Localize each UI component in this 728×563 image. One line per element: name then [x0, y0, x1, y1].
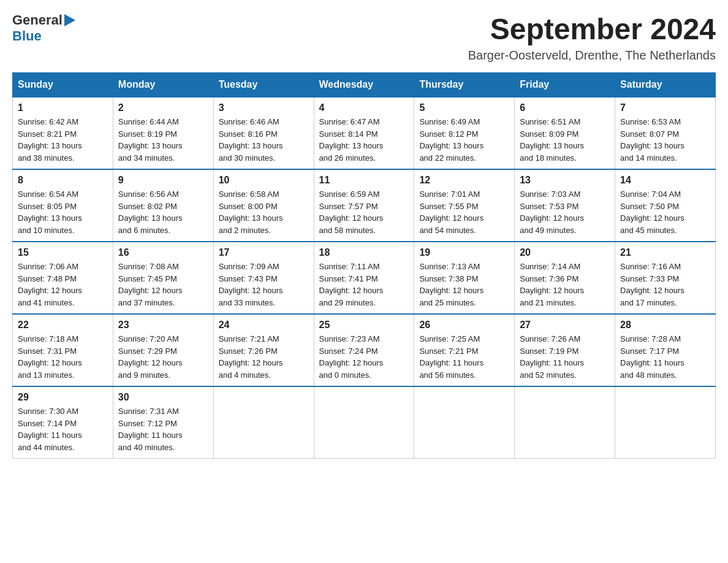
day-number: 25: [319, 320, 409, 331]
svg-marker-0: [64, 14, 75, 26]
day-number: 29: [18, 392, 108, 403]
day-info: Sunrise: 6:47 AMSunset: 8:14 PMDaylight:…: [319, 116, 409, 164]
calendar-cell: 6Sunrise: 6:51 AMSunset: 8:09 PMDaylight…: [515, 97, 615, 169]
calendar-cell: 16Sunrise: 7:08 AMSunset: 7:45 PMDayligh…: [113, 242, 213, 314]
calendar-cell: 18Sunrise: 7:11 AMSunset: 7:41 PMDayligh…: [314, 242, 414, 314]
logo-general: General: [12, 12, 63, 28]
location-title: Barger-Oosterveld, Drenthe, The Netherla…: [468, 48, 716, 63]
page-header: General Blue September 2024 Barger-Ooste…: [12, 12, 716, 63]
day-info: Sunrise: 7:21 AMSunset: 7:26 PMDaylight:…: [219, 333, 309, 381]
day-info: Sunrise: 6:53 AMSunset: 8:07 PMDaylight:…: [620, 116, 710, 164]
calendar-cell: 2Sunrise: 6:44 AMSunset: 8:19 PMDaylight…: [113, 97, 213, 169]
calendar-cell: 23Sunrise: 7:20 AMSunset: 7:29 PMDayligh…: [113, 314, 213, 386]
logo: General Blue: [12, 12, 75, 44]
day-number: 10: [219, 175, 309, 186]
calendar-cell: 1Sunrise: 6:42 AMSunset: 8:21 PMDaylight…: [13, 97, 113, 169]
calendar-cell: 14Sunrise: 7:04 AMSunset: 7:50 PMDayligh…: [615, 169, 716, 242]
calendar-cell: 8Sunrise: 6:54 AMSunset: 8:05 PMDaylight…: [13, 169, 113, 242]
day-info: Sunrise: 7:06 AMSunset: 7:48 PMDaylight:…: [18, 261, 108, 308]
day-info: Sunrise: 7:04 AMSunset: 7:50 PMDaylight:…: [620, 188, 710, 236]
day-number: 26: [419, 320, 509, 331]
header-monday: Monday: [113, 73, 213, 98]
header-saturday: Saturday: [615, 73, 716, 98]
day-number: 11: [319, 175, 409, 186]
day-number: 19: [419, 247, 509, 258]
day-info: Sunrise: 7:11 AMSunset: 7:41 PMDaylight:…: [319, 261, 409, 308]
calendar-cell: 9Sunrise: 6:56 AMSunset: 8:02 PMDaylight…: [113, 169, 213, 242]
header-tuesday: Tuesday: [213, 73, 314, 98]
calendar-cell: 21Sunrise: 7:16 AMSunset: 7:33 PMDayligh…: [615, 242, 716, 314]
day-info: Sunrise: 6:59 AMSunset: 7:57 PMDaylight:…: [319, 188, 409, 236]
calendar-cell: 3Sunrise: 6:46 AMSunset: 8:16 PMDaylight…: [213, 97, 314, 169]
calendar-cell: 20Sunrise: 7:14 AMSunset: 7:36 PMDayligh…: [515, 242, 615, 314]
day-info: Sunrise: 7:23 AMSunset: 7:24 PMDaylight:…: [319, 333, 409, 381]
calendar-header-row: SundayMondayTuesdayWednesdayThursdayFrid…: [13, 73, 716, 98]
day-info: Sunrise: 6:56 AMSunset: 8:02 PMDaylight:…: [118, 188, 208, 236]
day-number: 27: [520, 320, 610, 331]
calendar-cell: 5Sunrise: 6:49 AMSunset: 8:12 PMDaylight…: [414, 97, 515, 169]
calendar-cell: 12Sunrise: 7:01 AMSunset: 7:55 PMDayligh…: [414, 169, 515, 242]
calendar-cell: 30Sunrise: 7:31 AMSunset: 7:12 PMDayligh…: [113, 386, 213, 459]
calendar-cell: 15Sunrise: 7:06 AMSunset: 7:48 PMDayligh…: [13, 242, 113, 314]
day-number: 13: [520, 175, 610, 186]
calendar-cell: 25Sunrise: 7:23 AMSunset: 7:24 PMDayligh…: [314, 314, 414, 386]
header-wednesday: Wednesday: [314, 73, 414, 98]
day-number: 16: [118, 247, 208, 258]
day-number: 17: [219, 247, 309, 258]
day-info: Sunrise: 7:30 AMSunset: 7:14 PMDaylight:…: [18, 405, 108, 453]
calendar-cell: [515, 386, 615, 459]
day-number: 1: [18, 102, 108, 113]
logo-arrow-icon: [64, 14, 75, 26]
calendar-cell: [213, 386, 314, 459]
day-info: Sunrise: 7:13 AMSunset: 7:38 PMDaylight:…: [419, 261, 509, 308]
calendar-cell: 22Sunrise: 7:18 AMSunset: 7:31 PMDayligh…: [13, 314, 113, 386]
day-info: Sunrise: 7:03 AMSunset: 7:53 PMDaylight:…: [520, 188, 610, 236]
day-number: 23: [118, 320, 208, 331]
day-number: 2: [118, 102, 208, 113]
header-thursday: Thursday: [414, 73, 515, 98]
day-info: Sunrise: 7:18 AMSunset: 7:31 PMDaylight:…: [18, 333, 108, 381]
day-number: 30: [118, 392, 208, 403]
calendar-table: SundayMondayTuesdayWednesdayThursdayFrid…: [12, 72, 716, 459]
day-info: Sunrise: 6:44 AMSunset: 8:19 PMDaylight:…: [118, 116, 208, 164]
calendar-cell: 29Sunrise: 7:30 AMSunset: 7:14 PMDayligh…: [13, 386, 113, 459]
day-number: 20: [520, 247, 610, 258]
calendar-cell: [314, 386, 414, 459]
day-info: Sunrise: 6:49 AMSunset: 8:12 PMDaylight:…: [419, 116, 509, 164]
calendar-cell: 10Sunrise: 6:58 AMSunset: 8:00 PMDayligh…: [213, 169, 314, 242]
calendar-cell: 26Sunrise: 7:25 AMSunset: 7:21 PMDayligh…: [414, 314, 515, 386]
header-friday: Friday: [515, 73, 615, 98]
calendar-week-4: 22Sunrise: 7:18 AMSunset: 7:31 PMDayligh…: [13, 314, 716, 386]
day-number: 4: [319, 102, 409, 113]
day-info: Sunrise: 7:01 AMSunset: 7:55 PMDaylight:…: [419, 188, 509, 236]
day-number: 15: [18, 247, 108, 258]
day-info: Sunrise: 7:26 AMSunset: 7:19 PMDaylight:…: [520, 333, 610, 381]
calendar-cell: 24Sunrise: 7:21 AMSunset: 7:26 PMDayligh…: [213, 314, 314, 386]
day-number: 7: [620, 102, 710, 113]
day-number: 8: [18, 175, 108, 186]
calendar-cell: 17Sunrise: 7:09 AMSunset: 7:43 PMDayligh…: [213, 242, 314, 314]
day-info: Sunrise: 7:31 AMSunset: 7:12 PMDaylight:…: [118, 405, 208, 453]
title-section: September 2024 Barger-Oosterveld, Drenth…: [468, 12, 716, 63]
calendar-cell: 13Sunrise: 7:03 AMSunset: 7:53 PMDayligh…: [515, 169, 615, 242]
calendar-week-3: 15Sunrise: 7:06 AMSunset: 7:48 PMDayligh…: [13, 242, 716, 314]
logo-blue: Blue: [12, 28, 42, 44]
header-sunday: Sunday: [13, 73, 113, 98]
calendar-cell: 11Sunrise: 6:59 AMSunset: 7:57 PMDayligh…: [314, 169, 414, 242]
day-info: Sunrise: 7:09 AMSunset: 7:43 PMDaylight:…: [219, 261, 309, 308]
day-info: Sunrise: 7:28 AMSunset: 7:17 PMDaylight:…: [620, 333, 710, 381]
calendar-cell: 28Sunrise: 7:28 AMSunset: 7:17 PMDayligh…: [615, 314, 716, 386]
day-number: 5: [419, 102, 509, 113]
day-number: 18: [319, 247, 409, 258]
day-number: 28: [620, 320, 710, 331]
day-info: Sunrise: 6:46 AMSunset: 8:16 PMDaylight:…: [219, 116, 309, 164]
day-number: 22: [18, 320, 108, 331]
calendar-cell: 7Sunrise: 6:53 AMSunset: 8:07 PMDaylight…: [615, 97, 716, 169]
calendar-week-2: 8Sunrise: 6:54 AMSunset: 8:05 PMDaylight…: [13, 169, 716, 242]
day-info: Sunrise: 7:20 AMSunset: 7:29 PMDaylight:…: [118, 333, 208, 381]
day-info: Sunrise: 6:54 AMSunset: 8:05 PMDaylight:…: [18, 188, 108, 236]
day-info: Sunrise: 7:25 AMSunset: 7:21 PMDaylight:…: [419, 333, 509, 381]
calendar-cell: 19Sunrise: 7:13 AMSunset: 7:38 PMDayligh…: [414, 242, 515, 314]
day-info: Sunrise: 6:58 AMSunset: 8:00 PMDaylight:…: [219, 188, 309, 236]
day-number: 9: [118, 175, 208, 186]
